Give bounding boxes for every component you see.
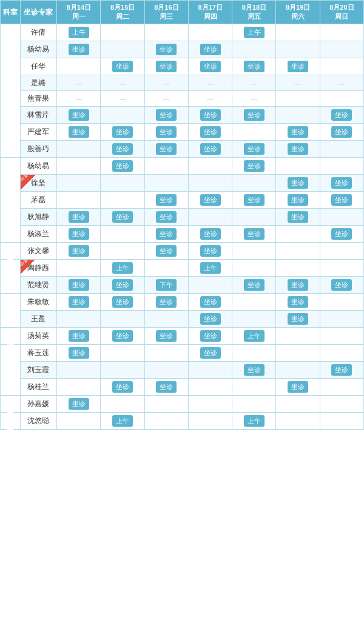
slot-cell — [57, 413, 101, 430]
slot-dash: — — [207, 95, 214, 103]
slot-badge: 上午 — [112, 262, 133, 274]
slot-cell: 上午 — [232, 413, 276, 430]
expert-name: 徐坚 — [31, 178, 46, 187]
slot-badge: 坐诊 — [156, 44, 177, 55]
slot-cell — [101, 362, 144, 379]
slot-badge: 上午 — [69, 27, 89, 38]
slot-badge: 坐诊 — [156, 228, 177, 240]
expert-name: 杨桂兰 — [27, 382, 49, 391]
slot-badge: 上午 — [244, 415, 265, 427]
slot-cell — [232, 294, 276, 311]
slot-cell — [320, 158, 363, 175]
slot-cell — [232, 175, 276, 192]
slot-cell: 坐诊 — [276, 124, 320, 141]
slot-cell — [144, 175, 188, 192]
slot-cell: 坐诊 — [276, 141, 320, 158]
slot-cell: — — [101, 75, 144, 91]
slot-cell — [320, 294, 363, 311]
table-row: 麻醉咨询门诊孙嘉媛坐诊 — [1, 396, 364, 413]
slot-cell — [276, 91, 320, 107]
slot-cell — [276, 396, 320, 413]
slot-badge: 坐诊 — [69, 330, 89, 342]
slot-cell — [57, 158, 101, 175]
slot-badge: 坐诊 — [288, 211, 308, 223]
slot-cell — [320, 260, 363, 277]
date-header-4: 8月18日周五 — [232, 1, 276, 24]
expert-cell: 耿旭静 — [20, 209, 57, 226]
slot-cell: 坐诊 — [144, 141, 188, 158]
slot-dash: — — [295, 80, 302, 87]
slot-cell — [276, 24, 320, 41]
slot-badge: 坐诊 — [288, 177, 308, 189]
slot-cell: 上午 — [232, 24, 276, 41]
slot-cell — [57, 141, 101, 158]
slot-cell — [101, 226, 144, 243]
slot-cell: 坐诊 — [144, 124, 188, 141]
slot-cell — [320, 141, 363, 158]
slot-cell — [188, 362, 232, 379]
slot-badge: 坐诊 — [288, 313, 308, 325]
slot-cell: — — [57, 75, 101, 91]
expert-cell: 蒋玉莲 — [20, 345, 57, 362]
slot-cell: — — [232, 75, 276, 91]
expert-name: 杨幼易 — [27, 161, 49, 170]
slot-cell — [232, 209, 276, 226]
slot-badge: 坐诊 — [288, 296, 308, 308]
slot-cell: 坐诊 — [188, 311, 232, 328]
slot-cell: 坐诊 — [320, 107, 363, 124]
slot-cell: 坐诊 — [188, 107, 232, 124]
slot-badge: 坐诊 — [156, 143, 177, 155]
table-row: 助产士门诊蒋玉莲坐诊坐诊 — [1, 345, 364, 362]
slot-badge: 坐诊 — [112, 143, 133, 155]
slot-badge: 坐诊 — [112, 211, 133, 223]
slot-cell: 坐诊 — [101, 294, 144, 311]
date-header-5: 8月19日周六 — [276, 1, 320, 24]
slot-badge: 坐诊 — [288, 61, 308, 72]
expert-name: 范继贤 — [27, 280, 49, 289]
slot-cell — [188, 24, 232, 41]
slot-cell — [320, 413, 363, 430]
slot-cell: 坐诊 — [232, 277, 276, 294]
slot-cell — [144, 24, 188, 41]
slot-cell: — — [232, 91, 276, 107]
slot-badge: 坐诊 — [288, 143, 308, 155]
slot-badge: 坐诊 — [244, 279, 265, 291]
slot-badge: 坐诊 — [244, 364, 265, 376]
slot-badge: 坐诊 — [69, 279, 89, 291]
slot-dash: — — [120, 80, 126, 87]
slot-badge: 上午 — [244, 27, 265, 38]
table-row: 中医科张文馨坐诊坐诊坐诊 — [1, 243, 364, 260]
slot-cell: 坐诊 — [144, 58, 188, 75]
date-header-1: 8月15日周二 — [101, 1, 144, 24]
expert-name: 刘玉霞 — [27, 365, 49, 374]
expert-cell: 王盈 — [20, 311, 57, 328]
slot-cell: 坐诊 — [188, 226, 232, 243]
slot-cell — [320, 328, 363, 345]
slot-cell — [320, 58, 363, 75]
slot-badge: 坐诊 — [200, 330, 221, 342]
expert-cell: 朱敏敏 — [20, 294, 57, 311]
slot-cell — [57, 379, 101, 396]
slot-dash: — — [163, 80, 170, 87]
slot-cell — [232, 345, 276, 362]
expert-name: 许倩 — [31, 28, 46, 36]
slot-badge: 坐诊 — [200, 143, 221, 155]
slot-cell — [101, 311, 144, 328]
expert-header: 坐诊专家 — [20, 1, 57, 24]
slot-badge: 坐诊 — [69, 109, 89, 121]
slot-cell: 坐诊 — [188, 141, 232, 158]
slot-cell — [57, 311, 101, 328]
table-row: 王盈坐诊坐诊 — [1, 311, 364, 328]
slot-cell: 坐诊 — [144, 209, 188, 226]
slot-cell — [276, 107, 320, 124]
slot-cell — [320, 396, 363, 413]
slot-cell — [101, 243, 144, 260]
slot-cell — [188, 277, 232, 294]
slot-cell: 坐诊 — [276, 209, 320, 226]
expert-cell: 刘玉霞 — [20, 362, 57, 379]
slot-cell: 坐诊 — [320, 277, 363, 294]
dept-cell-5: 内科 — [1, 328, 21, 345]
expert-name: 孙嘉媛 — [27, 399, 49, 408]
header-row: 科室 坐诊专家 8月14日周一 8月15日周二 8月16日周三 8月17日周四 … — [1, 1, 364, 24]
slot-cell: 坐诊 — [188, 243, 232, 260]
